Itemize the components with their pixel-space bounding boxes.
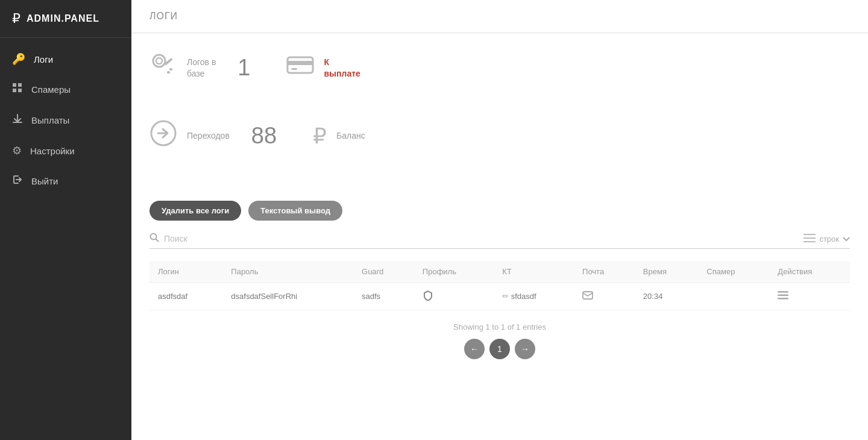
gear-icon: ⚙ — [12, 144, 22, 157]
sidebar-header: ₽ ADMIN.PANEL — [0, 0, 131, 38]
cell-actions[interactable] — [769, 283, 850, 310]
stats-row-1: Логов вбазе 1 Квыплате — [149, 51, 850, 84]
prev-page-button[interactable]: ← — [464, 339, 485, 359]
text-output-button[interactable]: Текстовый вывод — [248, 201, 342, 221]
search-row: строк — [149, 233, 850, 249]
svg-point-5 — [156, 58, 162, 64]
chevron-down-icon — [843, 234, 850, 244]
table-row: asdfsdaf dsafsdafSellForRhi sadfs ✏ sfda… — [149, 283, 850, 310]
sidebar-item-label: Логи — [34, 54, 53, 64]
stat-logs-label: Логов вбазе — [187, 57, 216, 78]
search-icon — [149, 233, 159, 245]
logo-icon: ₽ — [12, 11, 20, 27]
cell-spammer — [698, 283, 769, 310]
svg-rect-10 — [288, 61, 313, 65]
cell-password: dsafsdafSellForRhi — [222, 283, 353, 310]
stat-visits-value: 88 — [251, 123, 277, 149]
svg-rect-3 — [18, 89, 22, 92]
arrow-stat-icon — [149, 119, 177, 152]
sidebar-item-spammers[interactable]: Спамеры — [0, 74, 131, 105]
sidebar-item-logout[interactable]: Выйти — [0, 166, 131, 196]
col-profile: Профиль — [414, 261, 494, 283]
search-input[interactable] — [164, 234, 345, 244]
col-actions: Действия — [769, 261, 850, 283]
cell-profile — [414, 283, 494, 310]
download-icon — [12, 113, 23, 127]
page-1-button[interactable]: 1 — [489, 339, 510, 359]
envelope-icon — [582, 292, 593, 301]
page-title: ЛОГИ — [149, 11, 178, 21]
sidebar-item-payouts[interactable]: Выплаты — [0, 105, 131, 136]
svg-rect-11 — [291, 68, 297, 70]
cell-login: asdfsdaf — [149, 283, 222, 310]
key-icon: 🔑 — [12, 52, 25, 66]
svg-rect-0 — [13, 83, 16, 87]
pagination-info: Showing 1 to 1 of 1 entries — [149, 322, 850, 332]
sidebar-item-label: Выйти — [31, 176, 58, 186]
main-content-area: ЛОГИ Логов вбазе 1 — [131, 0, 868, 440]
key-stat-icon — [149, 51, 177, 84]
col-password: Пароль — [222, 261, 353, 283]
sidebar-item-logs[interactable]: 🔑 Логи — [0, 44, 131, 74]
stats-row-2: Переходов 88 ₽ Баланс — [149, 119, 850, 152]
actions-menu-icon[interactable] — [778, 292, 788, 301]
ruble-stat-icon: ₽ — [313, 124, 327, 149]
col-login: Логин — [149, 261, 222, 283]
stat-visits: Переходов 88 — [149, 119, 277, 152]
svg-rect-7 — [169, 68, 172, 71]
delete-all-button[interactable]: Удалить все логи — [149, 201, 241, 221]
action-buttons: Удалить все логи Текстовый вывод — [149, 201, 850, 221]
svg-rect-8 — [167, 71, 170, 74]
svg-point-4 — [153, 55, 165, 67]
next-page-button[interactable]: → — [515, 339, 535, 359]
shield-icon — [423, 294, 433, 303]
col-time: Время — [635, 261, 699, 283]
stat-logs: Логов вбазе 1 — [149, 51, 250, 84]
svg-rect-20 — [778, 295, 788, 297]
col-guard: Guard — [353, 261, 414, 283]
logs-table: Логин Пароль Guard Профиль КТ Почта Врем… — [149, 261, 850, 310]
col-spammer: Спамер — [698, 261, 769, 283]
stat-payout: Квыплате — [286, 51, 382, 84]
stat-payout-label: Квыплате — [324, 57, 360, 78]
col-kt: КТ — [494, 261, 574, 283]
sidebar-item-label: Выплаты — [31, 115, 69, 125]
cell-time: 20:34 — [635, 283, 699, 310]
logout-icon — [12, 174, 23, 188]
pagination: ← 1 → — [149, 339, 850, 359]
svg-rect-19 — [778, 291, 788, 293]
cell-kt: ✏ sfdasdf — [494, 283, 574, 310]
page-header: ЛОГИ — [131, 0, 868, 33]
svg-rect-21 — [778, 298, 788, 300]
rows-selector[interactable]: строк — [804, 233, 850, 245]
cell-mail — [574, 283, 635, 310]
sidebar-item-settings[interactable]: ⚙ Настройки — [0, 136, 131, 166]
sidebar-item-label: Спамеры — [31, 84, 71, 95]
sidebar-title: ADMIN.PANEL — [27, 13, 99, 24]
svg-line-14 — [156, 239, 159, 242]
rows-label: строк — [819, 234, 839, 244]
search-left — [149, 233, 804, 245]
rows-selector-icon — [804, 233, 816, 245]
svg-rect-2 — [13, 89, 16, 92]
sidebar: ₽ ADMIN.PANEL 🔑 Логи Спамеры Выплаты ⚙ Н… — [0, 0, 131, 440]
stat-logs-value: 1 — [237, 55, 250, 81]
stat-balance-label: Баланс — [336, 130, 365, 141]
col-mail: Почта — [574, 261, 635, 283]
stat-balance: ₽ Баланс — [313, 119, 387, 152]
sidebar-item-label: Настройки — [30, 146, 75, 156]
grid-icon — [12, 83, 23, 96]
card-stat-icon — [286, 54, 314, 82]
content: Логов вбазе 1 Квыплате — [131, 33, 868, 389]
stat-visits-label: Переходов — [187, 130, 230, 141]
cell-guard: sadfs — [353, 283, 414, 310]
stats-section: Логов вбазе 1 Квыплате — [149, 51, 850, 177]
table-header-row: Логин Пароль Guard Профиль КТ Почта Врем… — [149, 261, 850, 283]
svg-rect-1 — [18, 83, 22, 87]
sidebar-nav: 🔑 Логи Спамеры Выплаты ⚙ Настройки Выйти — [0, 38, 131, 196]
pencil-icon: ✏ — [502, 292, 509, 301]
